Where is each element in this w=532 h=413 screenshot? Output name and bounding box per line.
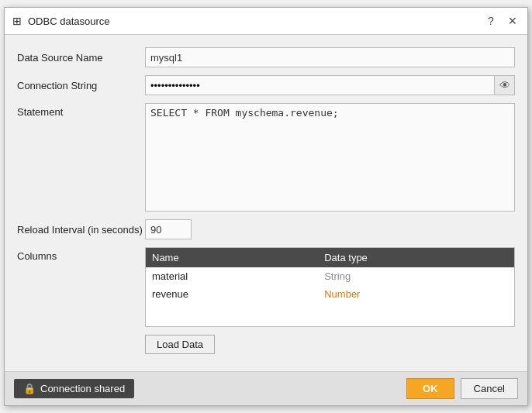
lock-icon: 🔒 (23, 383, 36, 394)
datasource-name-label: Data Source Name (17, 52, 145, 64)
connection-string-wrapper: 👁 (145, 75, 515, 95)
toggle-password-button[interactable]: 👁 (494, 76, 514, 95)
datasource-name-input[interactable] (145, 47, 515, 67)
dialog-title: ODBC datasource (28, 15, 478, 27)
footer: 🔒 Connection shared OK Cancel (5, 371, 527, 405)
table-row: material String (146, 267, 514, 285)
col-name-revenue: revenue (146, 285, 318, 303)
col-type-revenue: Number (318, 285, 514, 303)
columns-label: Columns (17, 247, 145, 262)
col-type-material: String (318, 267, 514, 285)
load-data-button[interactable]: Load Data (145, 335, 215, 354)
cancel-button[interactable]: Cancel (461, 378, 518, 399)
columns-table-wrapper: Name Data type material String revenue N… (145, 247, 515, 327)
load-data-row: Load Data (17, 335, 515, 354)
reload-interval-input[interactable] (145, 219, 192, 239)
columns-header-row: Name Data type (146, 248, 514, 267)
columns-row: Columns Name Data type material String (17, 247, 515, 327)
form-content: Data Source Name Connection String 👁 Sta… (5, 35, 527, 371)
title-bar: ⊞ ODBC datasource ? ✕ (5, 8, 527, 35)
app-icon: ⊞ (11, 15, 23, 27)
reload-interval-label: Reload Interval (in seconds) (17, 224, 145, 236)
statement-row: Statement SELECT * FROM myschema.revenue… (17, 103, 515, 212)
connection-string-input[interactable] (146, 76, 494, 95)
ok-button[interactable]: OK (406, 378, 454, 399)
dialog: ⊞ ODBC datasource ? ✕ Data Source Name C… (4, 7, 528, 406)
reload-interval-row: Reload Interval (in seconds) (17, 219, 515, 239)
connection-string-row: Connection String 👁 (17, 75, 515, 95)
connection-shared-label: Connection shared (40, 383, 125, 394)
connection-shared-badge: 🔒 Connection shared (14, 379, 134, 398)
col-header-type: Data type (318, 248, 514, 267)
columns-table: Name Data type material String revenue N… (146, 248, 514, 326)
help-button[interactable]: ? (482, 12, 499, 29)
statement-textarea[interactable]: SELECT * FROM myschema.revenue; (145, 103, 515, 212)
table-row-empty (146, 303, 514, 326)
col-header-name: Name (146, 248, 318, 267)
statement-label: Statement (17, 103, 145, 118)
connection-string-label: Connection String (17, 80, 145, 91)
footer-buttons: OK Cancel (406, 378, 518, 399)
table-row: revenue Number (146, 285, 514, 303)
col-name-material: material (146, 267, 318, 285)
datasource-name-row: Data Source Name (17, 47, 515, 67)
close-button[interactable]: ✕ (504, 12, 521, 29)
